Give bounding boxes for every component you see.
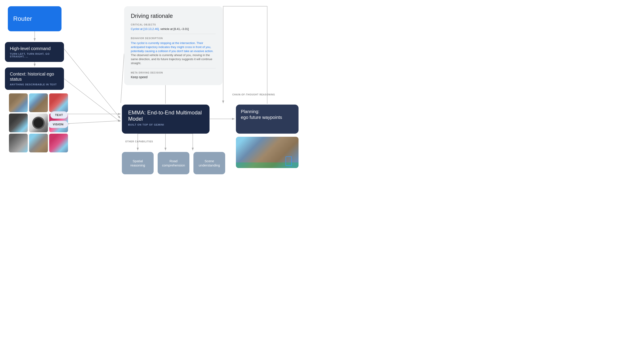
camera-4 [9,113,28,132]
rationale-title: Driving rationale [131,12,216,19]
hlc-title: High-level command [10,46,59,51]
vision-pill: VISION [48,121,68,128]
rationale-box: Driving rationale CRITICAL OBJECTS Cycli… [124,6,222,85]
camera-7 [9,134,28,152]
ctx-box: Context: historical ego status ANYTHING … [5,67,64,90]
capability-spatial: Spatialreasoning [122,152,154,174]
rationale-meta-value: Keep speed [131,75,216,79]
rationale-critical-blue: Cyclist at [10.13,2.46], [131,27,160,31]
capability-scene: Sceneunderstanding [194,152,225,174]
router-label: Router [13,15,32,22]
capability-road-label: Roadcomprehension [162,159,185,168]
hlc-box: High-level command TURN LEFT, TURN RIGHT… [5,42,64,62]
rationale-behavior-text: The cyclist is currently stopping at the… [131,41,216,65]
rationale-divider-1 [131,34,216,34]
planning-photo-bbox [286,156,292,166]
rationale-meta-label: META DRIVING DECISION [131,71,216,74]
capability-road: Roadcomprehension [158,152,190,174]
capability-scene-label: Sceneunderstanding [198,159,220,168]
svg-line-3 [64,49,120,118]
camera-8 [29,134,48,152]
rationale-behavior-blue: The cyclist is currently stopping at the… [131,41,214,53]
camera-1 [9,93,28,112]
router-box: Router [8,6,62,31]
capability-spatial-label: Spatialreasoning [130,159,145,168]
svg-line-4 [64,79,120,122]
diagram-container: Router High-level command TURN LEFT, TUR… [0,0,322,181]
emma-subtitle: BUILT ON TOP OF GEMINI [128,123,203,126]
other-capabilities-label: OTHER CAPABILITIES [125,140,153,143]
svg-line-8 [60,121,121,124]
camera-2 [29,93,48,112]
planning-box: Planning:ego future waypoints [236,105,298,134]
emma-box: EMMA: End-to-End Multimodal Model BUILT … [122,105,210,134]
capabilities-container: Spatialreasoning Roadcomprehension Scene… [122,152,225,174]
rationale-behavior-label: BEHAVIOR DESCRIPTION [131,37,216,39]
svg-line-11 [121,54,124,103]
planning-title: Planning:ego future waypoints [241,109,294,120]
rationale-critical-label: CRITICAL OBJECTS [131,23,216,26]
planning-photo [236,137,298,168]
camera-9 [49,134,68,152]
rationale-critical-rest: vehicle at [8.41,–3.01] [160,27,189,31]
rationale-divider-2 [131,68,216,68]
ctx-subtitle: ANYTHING DESCRIBABLE IN TEXT [10,83,59,86]
camera-3 [49,93,68,112]
cot-label: CHAIN-OF-THOUGHT REASONING [232,93,275,96]
rationale-critical-text: Cyclist at [10.13,2.46], vehicle at [8.4… [131,27,216,31]
camera-5 [29,113,48,132]
ctx-title: Context: historical ego status [10,71,59,82]
text-pill: TEXT [50,111,68,119]
hlc-subtitle: TURN LEFT, TURN RIGHT, GO STRAIGHT, ... [10,52,59,58]
emma-title: EMMA: End-to-End Multimodal Model [128,109,203,122]
rationale-behavior-gray: The observed vehicle is currently ahead … [131,53,212,65]
